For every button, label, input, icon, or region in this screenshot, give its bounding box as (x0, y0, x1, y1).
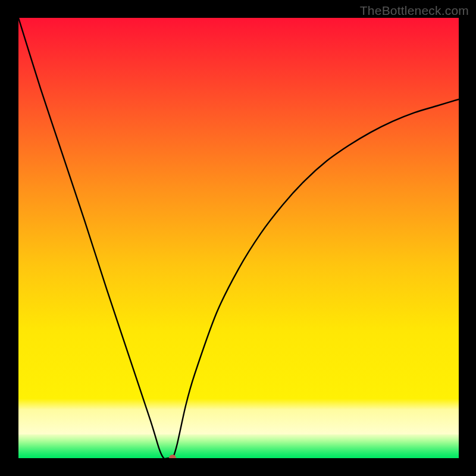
watermark-text: TheBottleneck.com (360, 4, 469, 18)
chart-frame: TheBottleneck.com (0, 0, 476, 476)
bottleneck-curve (18, 18, 459, 458)
optimal-point-marker (169, 455, 176, 458)
plot-area (18, 18, 459, 458)
